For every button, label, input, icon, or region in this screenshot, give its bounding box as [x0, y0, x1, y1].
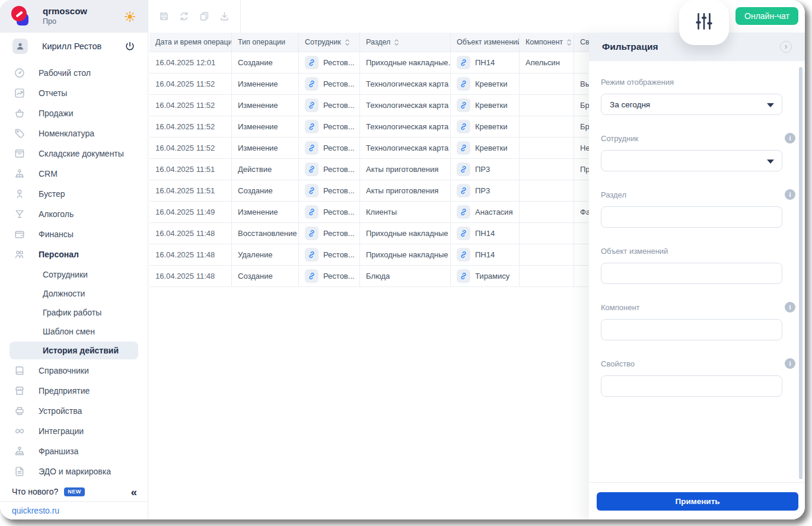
filter-panel-scrollbar[interactable] — [799, 67, 803, 479]
site-link[interactable]: quickresto.ru — [12, 506, 59, 515]
app-logo-icon — [11, 6, 29, 27]
filter-toggle-button[interactable] — [679, 0, 729, 45]
chevron-down-icon — [767, 160, 774, 164]
filter-field-control[interactable] — [601, 150, 782, 171]
sidebar-item-рабочий-стол[interactable]: Рабочий стол — [0, 63, 148, 83]
column-header-6[interactable]: Компонент — [520, 33, 574, 52]
refresh-icon[interactable] — [179, 11, 189, 21]
sidebar-item-crm[interactable]: CRM — [0, 164, 148, 184]
link-icon[interactable] — [305, 248, 319, 262]
sidebar-item-отчеты[interactable]: Отчеты — [0, 83, 148, 103]
link-icon[interactable] — [305, 141, 319, 155]
table-cell: Действие — [232, 159, 299, 180]
table-cell — [520, 159, 574, 180]
sidebar-item-шаблон-смен[interactable]: Шаблон смен — [9, 323, 138, 340]
online-chat-button[interactable]: Онлайн-чат — [735, 7, 798, 25]
sidebar-nav: Рабочий стол Отчеты Продажи Номенклатура… — [0, 63, 148, 482]
sidebar-item-график-работы[interactable]: График работы — [9, 304, 138, 321]
sidebar-item-франшиза[interactable]: Франшиза — [0, 441, 148, 461]
sidebar-item-номенклатура[interactable]: Номенклатура — [0, 123, 148, 144]
column-header-4[interactable]: Раздел — [360, 33, 451, 52]
table-cell: Создание — [232, 180, 299, 202]
filter-panel: Фильтрация › Режим отображения За сегодн… — [589, 33, 805, 519]
sidebar-bottom: Что нового? NEW « quickresto.ru — [0, 482, 148, 519]
reports-icon — [14, 88, 25, 98]
link-icon[interactable] — [305, 162, 319, 176]
link-icon[interactable] — [305, 120, 319, 133]
info-icon[interactable]: i — [785, 189, 795, 200]
filter-field-режим-отображения: Режим отображения За сегодня — [601, 76, 782, 115]
table-cell: Анастасия — [451, 202, 520, 223]
filter-field-control[interactable] — [601, 263, 782, 284]
table-cell: Технологическая карта — [360, 95, 451, 116]
table-cell — [520, 266, 574, 287]
sidebar-item-продажи[interactable]: Продажи — [0, 103, 148, 123]
edo-icon — [14, 466, 25, 477]
table-cell: 16.04.2025 11:52 — [149, 116, 232, 138]
filter-field-control[interactable] — [601, 206, 782, 228]
link-icon[interactable] — [457, 141, 470, 155]
info-icon[interactable]: i — [785, 358, 795, 369]
link-icon[interactable] — [305, 269, 319, 283]
theme-toggle-icon[interactable] — [124, 11, 136, 23]
user-row[interactable]: Кирилл Рестов — [0, 36, 148, 57]
table-cell: Рестов... — [299, 116, 360, 138]
logout-icon[interactable] — [125, 41, 135, 52]
table-cell: 16.04.2025 11:51 — [149, 180, 232, 202]
link-icon[interactable] — [457, 162, 470, 176]
sidebar-item-персонал[interactable]: Персонал — [0, 244, 148, 264]
sidebar-item-должности[interactable]: Должности — [9, 285, 138, 302]
sidebar-item-история-действий[interactable]: История действий — [9, 342, 138, 359]
link-icon[interactable] — [457, 77, 470, 91]
link-icon[interactable] — [457, 120, 470, 133]
table-cell: Изменение — [232, 202, 299, 223]
link-icon[interactable] — [457, 269, 470, 283]
filter-field-value: За сегодня — [610, 100, 650, 109]
plan-label: Про — [43, 17, 87, 27]
link-icon[interactable] — [305, 184, 319, 197]
link-icon[interactable] — [305, 77, 319, 91]
info-icon[interactable]: i — [785, 133, 795, 144]
link-icon[interactable] — [457, 227, 470, 240]
column-header-3[interactable]: Сотрудник — [299, 33, 360, 52]
table-cell: ПН14 — [451, 223, 520, 244]
download-icon[interactable] — [219, 11, 230, 21]
copy-icon[interactable] — [199, 11, 209, 21]
link-icon[interactable] — [305, 56, 319, 69]
filter-field-control[interactable] — [601, 319, 782, 340]
devices-icon — [14, 406, 25, 416]
sidebar-item-интеграции[interactable]: Интеграции — [0, 421, 148, 441]
apply-filter-button[interactable]: Применить — [597, 492, 798, 511]
table-cell: Рестов... — [299, 266, 360, 287]
filter-field-control[interactable]: За сегодня — [601, 94, 782, 115]
link-icon[interactable] — [457, 205, 470, 219]
sidebar-item-складские-документы[interactable]: Складские документы — [0, 144, 148, 164]
link-icon[interactable] — [305, 98, 319, 112]
sidebar-item-справочники[interactable]: Справочники — [0, 361, 148, 381]
whats-new-row[interactable]: Что нового? NEW « — [0, 482, 148, 501]
sidebar-item-финансы[interactable]: Финансы — [0, 224, 148, 244]
sidebar-item-эдо-и-маркировка[interactable]: ЭДО и маркировка — [0, 461, 148, 482]
table-cell — [520, 244, 574, 266]
filter-field-label: Свойство — [601, 359, 635, 368]
link-icon[interactable] — [457, 248, 470, 262]
sidebar-item-сотрудники[interactable]: Сотрудники — [9, 266, 138, 283]
table-cell: 16.04.2025 11:48 — [149, 266, 232, 287]
sidebar-item-устройства[interactable]: Устройства — [0, 401, 148, 421]
link-icon[interactable] — [305, 205, 319, 219]
collapse-sidebar-icon[interactable]: « — [130, 486, 137, 498]
table-cell: 16.04.2025 11:48 — [149, 244, 232, 266]
table-cell: 16.04.2025 11:49 — [149, 202, 232, 223]
filter-field-объект-изменений: Объект изменений — [601, 246, 782, 284]
sidebar-item-предприятие[interactable]: Предприятие — [0, 381, 148, 401]
link-icon[interactable] — [457, 56, 470, 69]
sidebar-item-алкоголь[interactable]: Алкоголь — [0, 204, 148, 224]
link-icon[interactable] — [457, 184, 470, 197]
chevron-right-circle-icon[interactable]: › — [780, 41, 792, 53]
save-icon[interactable] — [159, 11, 169, 21]
filter-field-control[interactable] — [601, 375, 782, 397]
sidebar-item-бустер[interactable]: Бустер — [0, 184, 148, 204]
info-icon[interactable]: i — [785, 302, 795, 313]
link-icon[interactable] — [457, 98, 470, 112]
link-icon[interactable] — [305, 227, 319, 240]
